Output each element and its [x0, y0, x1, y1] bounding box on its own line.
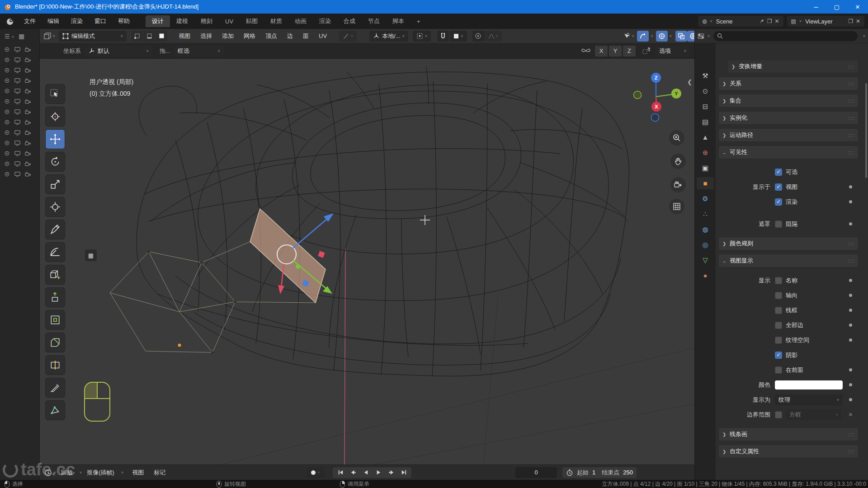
wireframe-checkbox[interactable]	[775, 307, 782, 314]
workspace-tab-uv[interactable]: UV	[219, 15, 240, 27]
animate-dot[interactable]	[849, 185, 852, 188]
render-visibility-icon[interactable]	[24, 160, 31, 167]
close-button[interactable]: ✕	[847, 0, 868, 14]
selectable-toggle-icon[interactable]	[4, 108, 10, 115]
camera-view-button[interactable]	[670, 177, 686, 192]
outliner-row[interactable]	[0, 138, 39, 148]
render-visibility-icon[interactable]	[24, 46, 31, 53]
props-tab-output[interactable]: ⊟	[697, 100, 714, 113]
inset-faces-tool[interactable]	[45, 310, 65, 330]
viewports-checkbox[interactable]: ✓	[775, 183, 782, 191]
outliner-row[interactable]	[0, 96, 39, 107]
outliner-row[interactable]	[0, 86, 39, 96]
outliner-editor-type-icon[interactable]: ☰˅	[5, 33, 14, 40]
viewport-visibility-icon[interactable]	[14, 67, 21, 74]
maximize-button[interactable]: ▢	[826, 0, 847, 14]
viewport-visibility-icon[interactable]	[14, 150, 21, 157]
shading-wireframe-button[interactable]	[687, 31, 694, 42]
object-color-swatch[interactable]	[775, 380, 843, 389]
panel-transform-delta[interactable]: ❯变换增量::::	[727, 60, 859, 73]
viewport-visibility-icon[interactable]	[14, 129, 21, 136]
mirror-y-button[interactable]: Y	[609, 46, 622, 56]
selectable-toggle-icon[interactable]	[4, 98, 10, 105]
blender-menu-icon[interactable]	[5, 17, 14, 26]
properties-editor-type-icon[interactable]	[698, 33, 706, 40]
play-button[interactable]	[373, 468, 384, 478]
animate-dot[interactable]	[849, 222, 852, 225]
menu-face[interactable]: 面	[298, 32, 314, 40]
mirror-z-button[interactable]: Z	[623, 46, 636, 56]
outliner-row[interactable]	[0, 44, 39, 55]
gizmo-minus-y-axis[interactable]	[634, 91, 642, 99]
menu-marker[interactable]: 标记	[149, 469, 170, 477]
selectable-toggle-icon[interactable]	[4, 77, 10, 84]
props-tab-world[interactable]: ⊕	[697, 146, 714, 159]
zoom-button[interactable]	[669, 130, 684, 145]
workspace-tab-nodes[interactable]: 节点	[362, 15, 386, 27]
snap-toggle-button[interactable]	[437, 31, 449, 42]
outliner-row[interactable]	[0, 169, 39, 179]
selectable-checkbox[interactable]: ✓	[775, 169, 782, 176]
proportional-editing-button[interactable]	[472, 31, 484, 42]
viewport-visibility-icon[interactable]	[14, 108, 21, 115]
menu-window[interactable]: 窗口	[89, 15, 112, 27]
pan-hand-button[interactable]	[670, 154, 686, 169]
menu-select[interactable]: 选择	[195, 32, 217, 40]
snap-target-dropdown[interactable]: ˅	[450, 31, 467, 42]
prev-keyframe-button[interactable]	[347, 468, 359, 478]
timeline-editor-type-button[interactable]: ˅	[44, 467, 56, 478]
animate-dot[interactable]	[849, 324, 852, 327]
navigation-gizmo[interactable]: Z Y X	[630, 70, 683, 125]
outliner-row[interactable]	[0, 107, 39, 117]
outliner-row[interactable]	[0, 159, 39, 169]
panel-color-rules[interactable]: ❯颜色规则::::	[718, 237, 859, 250]
workspace-tab-animation[interactable]: 动画	[288, 15, 313, 27]
ortho-grid-button[interactable]	[669, 199, 684, 214]
viewlayer-selector[interactable]: ▤˅ ViewLayer ❐ ✕	[787, 16, 864, 27]
extrude-region-tool[interactable]	[45, 287, 65, 307]
render-visibility-icon[interactable]	[24, 171, 31, 178]
outliner-row[interactable]	[0, 75, 39, 86]
annotate-tool[interactable]	[45, 220, 65, 239]
viewport-visibility-icon[interactable]	[14, 119, 21, 126]
selectable-toggle-icon[interactable]	[4, 160, 10, 167]
add-workspace-button[interactable]: +	[410, 15, 427, 27]
props-tab-render[interactable]: ⊙	[697, 85, 714, 97]
move-tool[interactable]	[45, 129, 65, 149]
start-frame-value[interactable]: 1	[592, 469, 595, 476]
outliner-filter-icon[interactable]: ▦	[19, 33, 24, 40]
outliner-row[interactable]	[0, 127, 39, 138]
outliner-row[interactable]	[0, 65, 39, 75]
render-visibility-icon[interactable]	[24, 150, 31, 157]
panel-instancing[interactable]: ❯实例化::::	[718, 111, 859, 125]
unlink-icon[interactable]: ✕	[774, 18, 781, 24]
face-select-mode-button[interactable]	[156, 31, 167, 42]
menu-keying[interactable]: 抠像(插帧)	[82, 469, 119, 477]
proportional-falloff-dropdown[interactable]: ˅	[484, 31, 502, 42]
menu-render[interactable]: 渲染	[65, 15, 89, 27]
in-front-checkbox[interactable]	[775, 366, 782, 374]
bounds-dropdown[interactable]: 方框˅	[786, 409, 842, 420]
menu-mesh[interactable]: 网格	[239, 32, 260, 40]
properties-search-input[interactable]	[713, 31, 857, 41]
mode-dropdown[interactable]: 编辑模式 ˅	[59, 31, 127, 42]
props-tab-viewlayer[interactable]: ▤	[697, 116, 714, 128]
animate-dot[interactable]	[849, 338, 852, 342]
minimize-button[interactable]: ─	[806, 0, 826, 14]
renders-checkbox[interactable]: ✓	[775, 198, 782, 206]
selectable-toggle-icon[interactable]	[4, 129, 10, 136]
texture-space-checkbox[interactable]	[775, 337, 782, 344]
viewlayer-name[interactable]: ViewLayer	[802, 18, 847, 25]
animate-dot[interactable]	[849, 200, 852, 203]
workspace-tab-texture-paint[interactable]: 贴图	[240, 15, 264, 27]
selectable-toggle-icon[interactable]	[4, 88, 10, 94]
viewlayer-browse-icon[interactable]: ▤	[790, 18, 797, 24]
workspace-tab-design[interactable]: 设计	[146, 15, 170, 27]
stopwatch-icon[interactable]	[566, 469, 573, 476]
current-frame-field[interactable]: 0	[515, 467, 557, 478]
edge-select-mode-button[interactable]	[143, 31, 155, 42]
selectable-toggle-icon[interactable]	[4, 171, 10, 178]
next-keyframe-button[interactable]	[385, 468, 397, 478]
falloff-preset-dropdown[interactable]: ˅	[339, 31, 357, 42]
props-tab-particles[interactable]: ∴	[697, 208, 714, 220]
